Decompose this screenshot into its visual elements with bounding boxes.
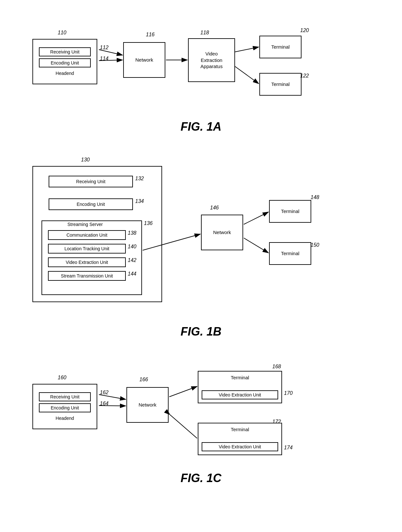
- terminal2-label-1a: Terminal: [271, 81, 290, 88]
- terminal1-outer-box-1c: Terminal Video Extraction Unit: [198, 371, 282, 403]
- video-extract2-label-1c: Video Extraction Unit: [219, 444, 261, 449]
- stream-trans-label-1b: Stream Transmission Unit: [61, 273, 113, 278]
- fig1c-diagram: Receiving Unit Encoding Unit Headend 160…: [19, 355, 383, 465]
- streaming-server-label-1b: Streaming Server: [67, 222, 103, 227]
- ve2-ref-1c: 174: [284, 445, 293, 451]
- comm-ref-1b: 138: [128, 230, 136, 236]
- headend-label-1c: Headend: [56, 416, 74, 421]
- video-extract2-box-1c: Video Extraction Unit: [202, 442, 278, 451]
- terminal1-box-1b: Terminal: [269, 200, 311, 223]
- recv-ref-1a: 112: [100, 45, 109, 51]
- encoding-unit-box-1b: Encoding Unit: [49, 198, 133, 210]
- video-extract1-box-1c: Video Extraction Unit: [202, 390, 278, 399]
- terminal1-label-1c: Terminal: [231, 375, 249, 380]
- headend-ref-1a: 110: [58, 30, 66, 36]
- fig1a-diagram: Receiving Unit Encoding Unit Headend 110…: [19, 10, 383, 113]
- terminal1-ref-1b: 148: [311, 195, 319, 200]
- terminal2-ref-1a: 122: [300, 73, 309, 79]
- ve1-ref-1c: 170: [284, 390, 293, 396]
- svg-line-4: [235, 47, 259, 52]
- enc-ref-1c: 164: [100, 401, 109, 407]
- comm-unit-box-1b: Communication Unit: [48, 230, 126, 240]
- network-ref-1b: 146: [210, 205, 219, 211]
- receiving-unit-box-1c: Receiving Unit: [39, 392, 91, 401]
- network-box-1a: Network: [123, 42, 165, 78]
- svg-line-10: [244, 238, 268, 253]
- network-label-1b: Network: [213, 229, 231, 236]
- encoding-unit-box-1a: Encoding Unit: [39, 58, 91, 67]
- receiving-unit-label-1a: Receiving Unit: [50, 49, 79, 54]
- video-extract1-label-1c: Video Extraction Unit: [219, 392, 261, 397]
- headend-ref-1c: 160: [58, 375, 66, 381]
- recv-ref-1b: 132: [135, 176, 144, 182]
- svg-line-5: [235, 66, 259, 84]
- fig1a-section: Receiving Unit Encoding Unit Headend 110…: [19, 10, 383, 134]
- video-extraction-box-1a: Video Extraction Apparatus: [188, 38, 235, 82]
- headend-box-1c: Receiving Unit Encoding Unit Headend: [32, 384, 97, 429]
- location-unit-label-1b: Location Tracking Unit: [65, 246, 110, 251]
- svg-line-9: [244, 212, 268, 224]
- terminal1-box-1a: Terminal: [259, 36, 302, 58]
- fig1c-section: Receiving Unit Encoding Unit Headend 160…: [19, 355, 383, 485]
- encoding-unit-box-1c: Encoding Unit: [39, 403, 91, 412]
- ss-ref-1b: 136: [144, 220, 153, 226]
- video-extract-unit-label-1b: Video Extraction Unit: [66, 260, 108, 265]
- fig1a-label: FIG. 1A: [181, 120, 221, 134]
- outer-ref-1b: 130: [81, 157, 90, 163]
- headend-label-1a: Headend: [56, 71, 74, 76]
- terminal2-label-1c: Terminal: [231, 427, 249, 432]
- network-box-1b: Network: [201, 215, 243, 250]
- network-label-1c: Network: [138, 402, 156, 408]
- recv-ref-1c: 162: [100, 390, 109, 396]
- terminal2-box-1b: Terminal: [269, 242, 311, 265]
- receiving-unit-label-1b: Receiving Unit: [76, 179, 105, 184]
- terminal1-label-1b: Terminal: [281, 208, 300, 215]
- terminal2-outer-box-1c: Terminal Video Extraction Unit: [198, 423, 282, 455]
- location-unit-box-1b: Location Tracking Unit: [48, 244, 126, 254]
- receiving-unit-box-1a: Receiving Unit: [39, 47, 91, 56]
- receiving-unit-box-1b: Receiving Unit: [49, 176, 133, 187]
- network-box-1c: Network: [126, 387, 169, 423]
- fig1b-section: 130 Receiving Unit 132 Encoding Unit 134…: [19, 150, 383, 338]
- video-extraction-label-1a: Video Extraction Apparatus: [200, 51, 222, 70]
- network-label-1a: Network: [135, 57, 153, 63]
- video-extract-unit-box-1b: Video Extraction Unit: [48, 257, 126, 267]
- terminal2-ref-1c: 172: [272, 419, 281, 425]
- svg-line-15: [169, 386, 197, 397]
- loc-ref-1b: 140: [128, 244, 136, 250]
- st-ref-1b: 144: [128, 271, 136, 277]
- receiving-unit-label-1c: Receiving Unit: [50, 394, 79, 399]
- network-ref-1c: 166: [139, 377, 148, 383]
- comm-unit-label-1b: Communication Unit: [66, 232, 107, 238]
- encoding-unit-label-1a: Encoding Unit: [51, 60, 79, 65]
- ve-ref-1b: 142: [128, 257, 136, 263]
- enc-ref-1a: 114: [100, 56, 109, 62]
- network-ref-1a: 116: [146, 32, 155, 38]
- video-extraction-ref-1a: 118: [200, 30, 209, 36]
- terminal1-ref-1c: 168: [272, 364, 281, 370]
- terminal1-label-1a: Terminal: [271, 44, 290, 50]
- figures-container: Receiving Unit Encoding Unit Headend 110…: [19, 10, 383, 488]
- fig1c-label: FIG. 1C: [181, 471, 221, 485]
- fig1b-diagram: 130 Receiving Unit 132 Encoding Unit 134…: [19, 150, 383, 318]
- terminal2-label-1b: Terminal: [281, 250, 300, 257]
- stream-trans-box-1b: Stream Transmission Unit: [48, 271, 126, 281]
- svg-line-16: [170, 415, 197, 438]
- fig1b-label: FIG. 1B: [181, 325, 221, 338]
- encoding-unit-label-1c: Encoding Unit: [51, 405, 79, 410]
- terminal2-ref-1b: 150: [311, 242, 319, 248]
- headend-box-1a: Receiving Unit Encoding Unit Headend: [32, 39, 97, 84]
- enc-ref-1b: 134: [135, 198, 144, 204]
- terminal2-box-1a: Terminal: [259, 73, 302, 96]
- encoding-unit-label-1b: Encoding Unit: [77, 202, 105, 207]
- terminal1-ref-1a: 120: [300, 28, 309, 33]
